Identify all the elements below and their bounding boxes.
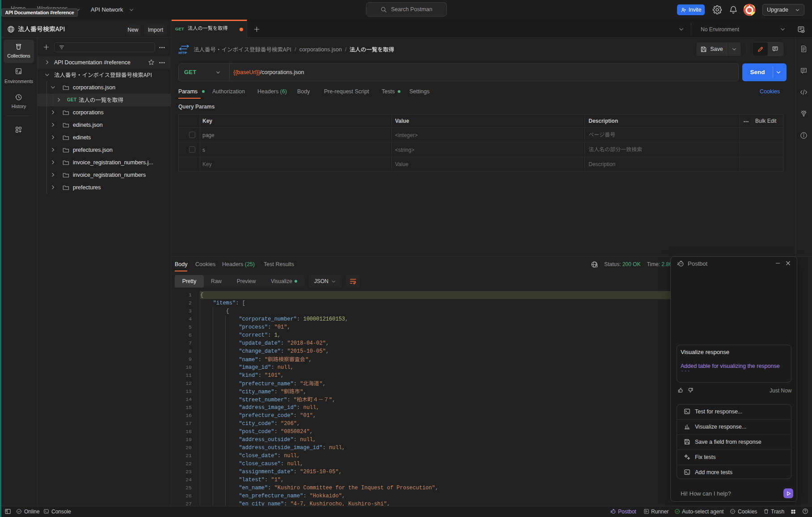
svg-text:HTTP: HTTP <box>179 51 187 54</box>
